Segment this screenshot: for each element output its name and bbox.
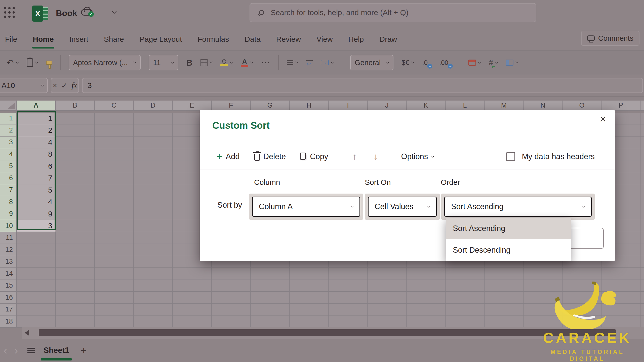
- dialog-close-icon[interactable]: ×: [597, 112, 608, 126]
- cell-d2[interactable]: [134, 124, 173, 137]
- row-header-1[interactable]: 1: [0, 113, 17, 125]
- copy-level-button[interactable]: Copy: [300, 152, 328, 161]
- cell-f15[interactable]: [212, 280, 251, 292]
- prev-sheet-icon[interactable]: ‹: [0, 345, 11, 356]
- row-header-2[interactable]: 2: [0, 124, 17, 137]
- headers-checkbox-label[interactable]: My data has headers: [522, 152, 595, 161]
- add-level-button[interactable]: + Add: [216, 152, 240, 162]
- column-header-j[interactable]: J: [368, 101, 407, 111]
- menu-tab-data[interactable]: Data: [244, 33, 261, 45]
- column-header-a[interactable]: A: [17, 101, 56, 111]
- cell-b17[interactable]: [56, 304, 95, 316]
- menu-tab-formulas[interactable]: Formulas: [197, 33, 229, 45]
- cell-a13[interactable]: [17, 256, 56, 268]
- cell-d15[interactable]: [134, 280, 173, 292]
- cell-a8[interactable]: 4: [17, 196, 56, 208]
- cell-b10[interactable]: [56, 220, 95, 232]
- font-color-button[interactable]: A: [241, 58, 253, 67]
- row-header-15[interactable]: 15: [0, 280, 17, 292]
- column-header-g[interactable]: G: [251, 101, 290, 111]
- row-header-13[interactable]: 13: [0, 256, 17, 268]
- row-header-16[interactable]: 16: [0, 292, 17, 304]
- cell-c4[interactable]: [95, 148, 134, 160]
- row-header-18[interactable]: 18: [0, 315, 17, 328]
- cell-d13[interactable]: [134, 256, 173, 268]
- cell-n14[interactable]: [524, 268, 562, 280]
- column-header-n[interactable]: N: [524, 101, 562, 111]
- cell-d7[interactable]: [134, 184, 173, 196]
- number-format-select[interactable]: General: [350, 55, 393, 70]
- row-header-3[interactable]: 3: [0, 137, 17, 149]
- font-size-select[interactable]: 11: [149, 55, 178, 70]
- cell-b13[interactable]: [56, 256, 95, 268]
- cell-a7[interactable]: 5: [17, 184, 56, 196]
- bold-button[interactable]: B: [186, 58, 193, 68]
- borders-button[interactable]: [200, 59, 212, 66]
- row-header-14[interactable]: 14: [0, 268, 17, 280]
- cell-a18[interactable]: [17, 315, 56, 328]
- cell-d16[interactable]: [134, 292, 173, 304]
- increase-decimal-button[interactable]: .00→: [439, 59, 452, 67]
- add-sheet-button[interactable]: +: [78, 345, 89, 356]
- workbook-title[interactable]: Book: [56, 8, 77, 18]
- cell-b3[interactable]: [56, 137, 95, 149]
- order-option-sort-descending[interactable]: Sort Descending: [446, 239, 571, 261]
- cell-h17[interactable]: [290, 304, 329, 316]
- column-header-m[interactable]: M: [485, 101, 524, 111]
- cell-b18[interactable]: [56, 315, 95, 328]
- cell-b7[interactable]: [56, 184, 95, 196]
- confirm-entry-icon[interactable]: ✓: [61, 81, 67, 90]
- cell-d12[interactable]: [134, 244, 173, 256]
- cell-c10[interactable]: [95, 220, 134, 232]
- cell-a17[interactable]: [17, 304, 56, 316]
- cell-k16[interactable]: [407, 292, 446, 304]
- cell-g16[interactable]: [251, 292, 290, 304]
- cell-a4[interactable]: 8: [17, 148, 56, 160]
- cell-c8[interactable]: [95, 196, 134, 208]
- cell-a14[interactable]: [17, 268, 56, 280]
- cell-k17[interactable]: [407, 304, 446, 316]
- cell-b16[interactable]: [56, 292, 95, 304]
- cell-h15[interactable]: [290, 280, 329, 292]
- cell-c11[interactable]: [95, 232, 134, 244]
- row-header-7[interactable]: 7: [0, 184, 17, 196]
- column-header-f[interactable]: F: [212, 101, 251, 111]
- cell-g18[interactable]: [251, 315, 290, 328]
- column-dropdown[interactable]: Column A: [252, 197, 360, 217]
- cell-c16[interactable]: [95, 292, 134, 304]
- cell-c5[interactable]: [95, 160, 134, 172]
- column-header-h[interactable]: H: [290, 101, 329, 111]
- cell-d14[interactable]: [134, 268, 173, 280]
- cell-e17[interactable]: [173, 304, 212, 316]
- cell-j14[interactable]: [368, 268, 407, 280]
- row-header-11[interactable]: 11: [0, 232, 17, 244]
- fill-color-button[interactable]: [220, 59, 233, 66]
- cell-m14[interactable]: [485, 268, 524, 280]
- delete-level-button[interactable]: Delete: [254, 152, 286, 161]
- cell-m15[interactable]: [485, 280, 524, 292]
- cell-k18[interactable]: [407, 315, 446, 328]
- cell-c7[interactable]: [95, 184, 134, 196]
- column-header-b[interactable]: B: [56, 101, 95, 111]
- cell-p14[interactable]: [601, 268, 640, 280]
- options-button[interactable]: Options: [401, 152, 434, 161]
- cell-b12[interactable]: [56, 244, 95, 256]
- column-header-p[interactable]: P: [601, 101, 640, 111]
- cell-d3[interactable]: [134, 137, 173, 149]
- column-header-e[interactable]: E: [173, 101, 212, 111]
- sheet-tab-sheet1[interactable]: Sheet1: [42, 343, 71, 357]
- column-header-i[interactable]: I: [329, 101, 368, 111]
- cell-b6[interactable]: [56, 172, 95, 184]
- select-all-corner[interactable]: [0, 101, 17, 111]
- cell-c14[interactable]: [95, 268, 134, 280]
- insert-function-icon[interactable]: fx: [71, 81, 77, 90]
- cell-j17[interactable]: [368, 304, 407, 316]
- undo-button[interactable]: ↶: [7, 58, 19, 67]
- menu-tab-share[interactable]: Share: [103, 33, 125, 45]
- cell-d11[interactable]: [134, 232, 173, 244]
- excel-app-icon[interactable]: X: [32, 6, 48, 22]
- cell-a15[interactable]: [17, 280, 56, 292]
- cell-k14[interactable]: [407, 268, 446, 280]
- cell-f16[interactable]: [212, 292, 251, 304]
- cell-b1[interactable]: [56, 113, 95, 125]
